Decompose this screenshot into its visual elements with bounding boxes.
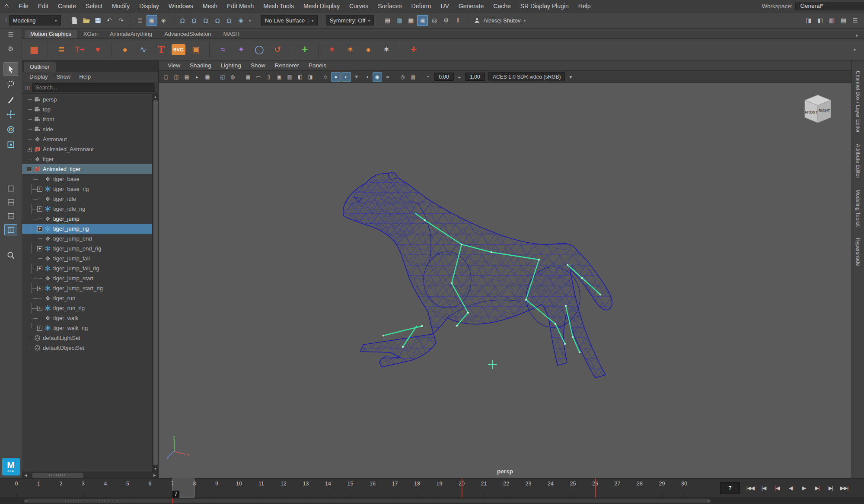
outliner-row-tiger-base[interactable]: tiger_base — [22, 174, 152, 184]
range-slider-bar[interactable] — [24, 499, 711, 503]
menu-edit-mesh[interactable]: Edit Mesh — [222, 0, 258, 12]
curve-tool-icon[interactable]: ∿ — [135, 42, 151, 57]
outliner-row-tiger-jump-fall-rig[interactable]: +tiger_jump_fall_rig — [22, 263, 152, 273]
timeline-ruler[interactable]: 0123456789101112131415161718192021222324… — [0, 479, 713, 498]
outliner-row-animated-tiger[interactable]: −Animated_tiger — [22, 164, 152, 174]
go-to-end-button[interactable]: ▶▶| — [838, 482, 850, 494]
expand-icon[interactable]: + — [37, 226, 42, 231]
outliner-horizontal-scrollbar[interactable]: ◀ ▶ — [22, 472, 158, 478]
menu-generate[interactable]: Generate — [454, 0, 488, 12]
outliner-row-defaultlightset[interactable]: defaultLightSet — [22, 333, 152, 343]
redo-icon[interactable]: ↷ — [116, 15, 127, 26]
shelf-options-icon[interactable]: ▾ — [852, 33, 861, 38]
screen-space-ao-icon[interactable]: ◉ — [373, 72, 382, 82]
outliner-row-tiger-jump[interactable]: tiger_jump — [22, 214, 152, 224]
image-plane-icon[interactable]: ▦ — [203, 72, 212, 82]
drag-grip[interactable]: ⁞⁞ — [5, 17, 6, 23]
smooth-shade-icon[interactable]: ● — [331, 72, 341, 82]
play-forward-button[interactable]: ▶ — [798, 482, 810, 494]
outliner-row-tiger-jump-end[interactable]: tiger_jump_end — [22, 234, 152, 244]
scrollbar-thumb[interactable] — [153, 100, 158, 465]
menu-file[interactable]: File — [14, 0, 33, 12]
symmetry-selector[interactable]: Symmetry: Off ▾ — [326, 15, 374, 25]
outliner-row-tiger-walk-rig[interactable]: +tiger_walk_rig — [22, 323, 152, 333]
menu-display[interactable]: Display — [134, 0, 164, 12]
xray-icon[interactable]: ▨ — [408, 72, 418, 82]
shelf-tab-motion-graphics[interactable]: Motion Graphics — [25, 30, 77, 38]
menu-sr-display-plugin[interactable]: SR Display Plugin — [516, 0, 574, 12]
add-type-icon[interactable]: T+ — [72, 42, 87, 57]
gamma-icon[interactable]: ◒ — [455, 72, 464, 82]
scale-tool[interactable] — [3, 138, 18, 152]
current-frame-field[interactable] — [720, 482, 740, 494]
shelf-tab-xgen[interactable]: XGen — [78, 30, 103, 38]
light-editor-icon[interactable]: ⚙ — [440, 15, 451, 26]
outliner-row-tiger-jump-fall[interactable]: tiger_jump_fall — [22, 254, 152, 263]
timeline-playhead[interactable]: 7 — [172, 479, 195, 498]
mash-cube-icon[interactable]: ◼ — [26, 42, 42, 57]
mash-network-icon[interactable]: ✶ — [324, 42, 340, 57]
shelf-menu-icon[interactable]: ☰ — [8, 31, 13, 39]
maya-logo[interactable]: M AYA — [2, 458, 20, 475]
arc-tool-icon[interactable]: ↺ — [270, 42, 285, 57]
snap-to-projected-center-icon[interactable]: Ω — [212, 15, 223, 26]
workspace-selector[interactable]: Workspace: General* ▾ — [762, 2, 860, 10]
expand-icon[interactable]: + — [37, 187, 42, 192]
range-slider[interactable] — [0, 498, 864, 504]
viewport-menu-lighting[interactable]: Lighting — [216, 62, 246, 69]
scroll-up-icon[interactable]: ▲ — [154, 94, 157, 100]
toggle-modeling-toolkit-icon[interactable]: ◨ — [803, 15, 814, 26]
mash-explode-icon[interactable]: ✶ — [379, 42, 394, 57]
scroll-left-icon[interactable]: ◀ — [22, 473, 29, 477]
film-gate-icon[interactable]: ▭ — [254, 72, 263, 82]
outliner-row-tiger-jump-start-rig[interactable]: +tiger_jump_start_rig — [22, 283, 152, 293]
ipr-render-icon[interactable]: ▦ — [405, 15, 416, 26]
outliner-row-tiger[interactable]: tiger — [22, 154, 152, 164]
viewport-menu-shading[interactable]: Shading — [185, 62, 216, 69]
home-icon[interactable]: ⌂ — [4, 2, 9, 10]
outliner-row-tiger-run-rig[interactable]: +tiger_run_rig — [22, 303, 152, 313]
right-tab-attribute-editor[interactable]: Attribute Editor — [855, 139, 861, 182]
gate-mask-icon[interactable]: ▣ — [274, 72, 284, 82]
outliner-row-animated-astronaut[interactable]: +Animated_Astronaut — [22, 144, 152, 154]
outliner-tab[interactable]: Outliner — [24, 62, 56, 72]
motion-blur-icon[interactable]: ≈ — [383, 72, 392, 82]
viewport-menu-panels[interactable]: Panels — [304, 62, 331, 69]
outliner-menu-help[interactable]: Help — [75, 73, 95, 80]
add-attribute-icon[interactable]: + — [406, 42, 421, 57]
previous-key-button[interactable]: |◀ — [771, 482, 783, 494]
poly-cube-icon[interactable]: ▣ — [188, 42, 204, 57]
shelf-scroll-icon[interactable]: ▸ — [850, 47, 860, 52]
open-scene-icon[interactable] — [81, 15, 92, 26]
expand-icon[interactable]: + — [37, 306, 42, 311]
menu-help[interactable]: Help — [574, 0, 596, 12]
menu-curves[interactable]: Curves — [344, 0, 373, 12]
select-tool[interactable] — [3, 62, 18, 76]
render-view-icon[interactable]: ▤ — [382, 15, 393, 26]
snap-to-grid-icon[interactable]: Ω — [177, 15, 188, 26]
user-account-menu[interactable]: Aleksei Shutov ▾ — [471, 17, 528, 24]
snap-to-view-plane-icon[interactable]: Ω — [224, 15, 235, 26]
lasso-select-icon[interactable]: ◯ — [252, 42, 267, 57]
svg-tool-icon[interactable]: SVG — [172, 44, 185, 55]
go-to-start-button[interactable]: |◀◀ — [744, 482, 756, 494]
exposure-field[interactable] — [434, 73, 454, 81]
type-tool-icon[interactable]: T — [153, 42, 169, 57]
play-backwards-button[interactable]: ◀ — [784, 482, 797, 494]
outliner-row-tiger-jump-end-rig[interactable]: +tiger_jump_end_rig — [22, 244, 152, 254]
hypershade-icon[interactable]: ◎ — [429, 15, 440, 26]
outliner-row-tiger-base-rig[interactable]: +tiger_base_rig — [22, 184, 152, 194]
menu-set-selector[interactable]: Modeling ▾ — [9, 15, 61, 25]
toggle-tool-settings-icon[interactable]: ▥ — [826, 15, 837, 26]
rotate-tool[interactable] — [3, 123, 18, 136]
toggle-attribute-editor-icon[interactable]: ◧ — [815, 15, 826, 26]
menu-windows[interactable]: Windows — [164, 0, 198, 12]
resolution-gate-icon[interactable]: ▯ — [264, 72, 274, 82]
2d-pan-zoom-icon[interactable]: ◱ — [218, 72, 227, 82]
scroll-down-icon[interactable]: ▼ — [154, 466, 157, 472]
select-hierarchy-icon[interactable]: ≣ — [135, 15, 146, 26]
outliner-row-tiger-jump-rig[interactable]: +tiger_jump_rig — [22, 224, 152, 234]
outliner-row-tiger-run[interactable]: tiger_run — [22, 293, 152, 303]
shadows-icon[interactable]: ◑ — [362, 72, 372, 82]
color-add-icon[interactable]: + — [297, 42, 312, 57]
